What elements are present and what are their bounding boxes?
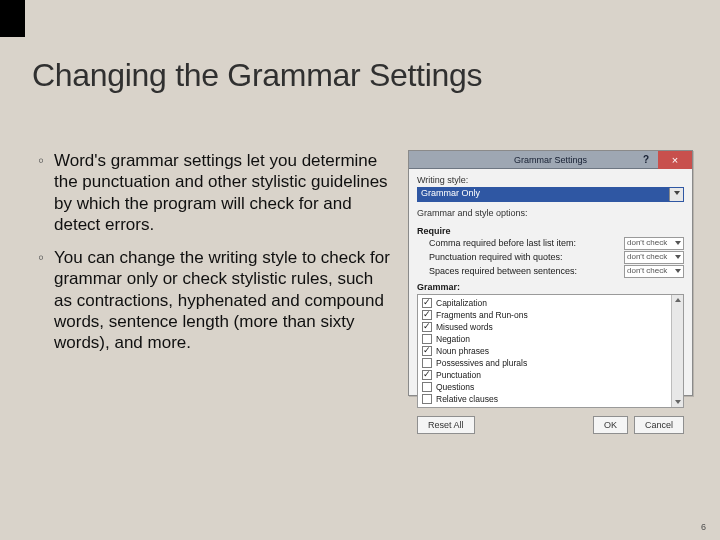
require-row: Comma required before last list item:don…	[417, 236, 684, 250]
require-value: don't check	[627, 238, 667, 247]
require-value: don't check	[627, 266, 667, 275]
bullet-text: You can change the writing style to chec…	[54, 247, 393, 353]
options-label: Grammar and style options:	[417, 208, 684, 218]
reset-all-button[interactable]: Reset All	[417, 416, 475, 434]
deco-black-box	[0, 0, 25, 37]
scrollbar[interactable]	[671, 295, 683, 407]
bullet-text: Word's grammar settings let you determin…	[54, 150, 393, 235]
require-label: Spaces required between sentences:	[429, 266, 624, 276]
grammar-list: CapitalizationFragments and Run-onsMisus…	[417, 294, 684, 408]
body-text: ◦ Word's grammar settings let you determ…	[38, 150, 393, 365]
checkbox-icon[interactable]	[422, 358, 432, 368]
grammar-item-label: Negation	[436, 334, 470, 344]
chevron-down-icon	[674, 191, 680, 195]
grammar-settings-dialog: Grammar Settings ? × Writing style: Gram…	[408, 150, 693, 396]
grammar-item-label: Capitalization	[436, 298, 487, 308]
grammar-item-label: Noun phrases	[436, 346, 489, 356]
require-row: Spaces required between sentences:don't …	[417, 264, 684, 278]
grammar-item[interactable]: Relative clauses	[420, 393, 683, 405]
checkbox-icon[interactable]	[422, 310, 432, 320]
page-title: Changing the Grammar Settings	[32, 57, 482, 94]
grammar-item[interactable]: Misused words	[420, 321, 683, 333]
dialog-title: Grammar Settings	[514, 154, 587, 164]
writing-style-value: Grammar Only	[421, 188, 480, 198]
dialog-titlebar: Grammar Settings ? ×	[409, 151, 692, 169]
bullet-marker: ◦	[38, 150, 54, 235]
bullet-marker: ◦	[38, 247, 54, 353]
checkbox-icon[interactable]	[422, 370, 432, 380]
grammar-item-label: Misused words	[436, 322, 493, 332]
grammar-item-label: Possessives and plurals	[436, 358, 527, 368]
grammar-item[interactable]: Capitalization	[420, 297, 683, 309]
checkbox-icon[interactable]	[422, 394, 432, 404]
grammar-item[interactable]: Possessives and plurals	[420, 357, 683, 369]
page-number: 6	[701, 522, 706, 532]
chevron-down-icon	[675, 269, 681, 273]
grammar-item[interactable]: Noun phrases	[420, 345, 683, 357]
bullet: ◦ Word's grammar settings let you determ…	[38, 150, 393, 235]
require-select[interactable]: don't check	[624, 265, 684, 278]
bullet: ◦ You can change the writing style to ch…	[38, 247, 393, 353]
writing-style-label: Writing style:	[417, 175, 684, 185]
require-value: don't check	[627, 252, 667, 261]
checkbox-icon[interactable]	[422, 382, 432, 392]
grammar-heading: Grammar:	[417, 282, 684, 292]
require-select[interactable]: don't check	[624, 237, 684, 250]
grammar-item[interactable]: Questions	[420, 381, 683, 393]
writing-style-select[interactable]: Grammar Only	[417, 187, 684, 202]
checkbox-icon[interactable]	[422, 322, 432, 332]
ok-button[interactable]: OK	[593, 416, 628, 434]
checkbox-icon[interactable]	[422, 334, 432, 344]
require-select[interactable]: don't check	[624, 251, 684, 264]
require-label: Punctuation required with quotes:	[429, 252, 624, 262]
close-icon[interactable]: ×	[658, 151, 692, 169]
grammar-item-label: Relative clauses	[436, 394, 498, 404]
grammar-item-label: Punctuation	[436, 370, 481, 380]
chevron-down-icon	[675, 255, 681, 259]
grammar-item-label: Fragments and Run-ons	[436, 310, 528, 320]
checkbox-icon[interactable]	[422, 298, 432, 308]
help-icon[interactable]: ?	[638, 152, 654, 168]
require-row: Punctuation required with quotes:don't c…	[417, 250, 684, 264]
require-label: Comma required before last list item:	[429, 238, 624, 248]
chevron-down-icon	[675, 241, 681, 245]
dialog-buttons: Reset All OK Cancel	[409, 410, 692, 440]
dialog-body: Writing style: Grammar Only Grammar and …	[409, 169, 692, 410]
grammar-item-label: Questions	[436, 382, 474, 392]
grammar-item[interactable]: Punctuation	[420, 369, 683, 381]
cancel-button[interactable]: Cancel	[634, 416, 684, 434]
checkbox-icon[interactable]	[422, 346, 432, 356]
require-heading: Require	[417, 226, 684, 236]
grammar-item[interactable]: Fragments and Run-ons	[420, 309, 683, 321]
grammar-item[interactable]: Negation	[420, 333, 683, 345]
